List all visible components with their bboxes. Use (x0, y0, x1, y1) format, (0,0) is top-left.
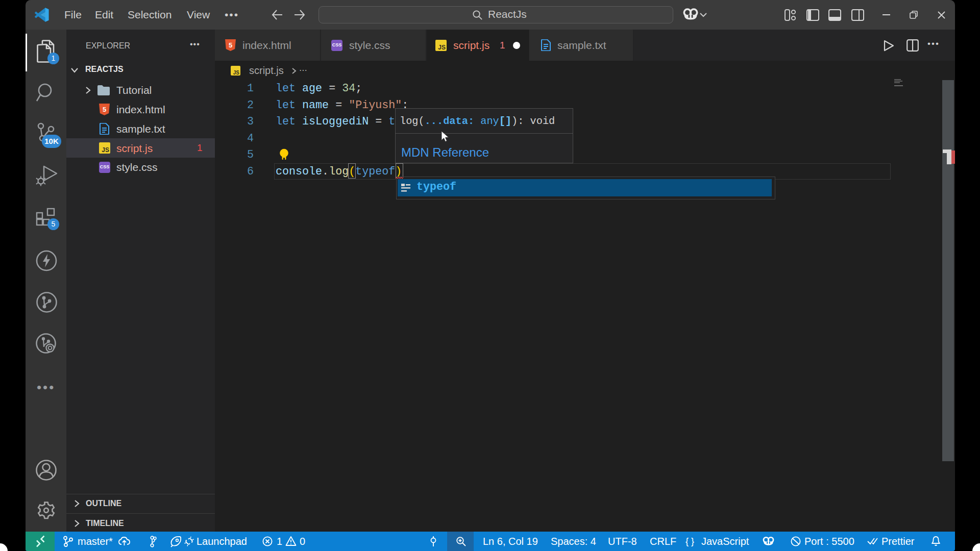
svg-text:5: 5 (229, 41, 232, 49)
svg-text:5: 5 (103, 106, 106, 113)
